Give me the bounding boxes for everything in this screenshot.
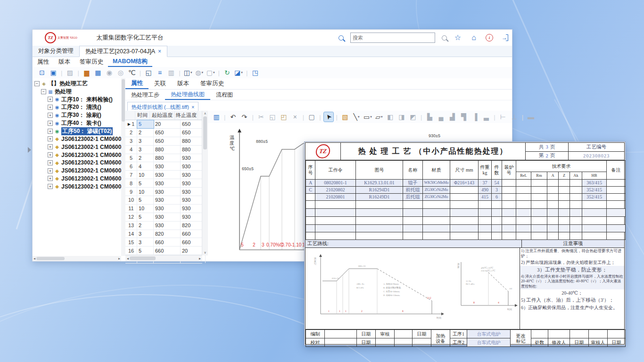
detail-subtab-1[interactable]: 热处理曲线图 bbox=[165, 90, 210, 100]
doc-empty-cell[interactable] bbox=[423, 225, 450, 232]
detail-tab-1[interactable]: 关联 bbox=[149, 78, 172, 89]
steps-row[interactable]: 143820660 bbox=[125, 230, 202, 239]
database-edit-icon[interactable]: ◪▾ bbox=[234, 68, 243, 77]
footer-review-value[interactable] bbox=[395, 330, 413, 338]
steps-cell[interactable]: 5 bbox=[137, 196, 154, 204]
tree-expand-icon[interactable]: + bbox=[48, 144, 53, 149]
open-form-icon[interactable]: ⊡ bbox=[37, 68, 47, 77]
detail-tab-3[interactable]: 签审历史 bbox=[195, 78, 230, 89]
align-right-icon[interactable]: ▟ bbox=[447, 112, 457, 122]
steps-cell[interactable]: 930 bbox=[154, 162, 181, 170]
tree-expand-icon[interactable]: + bbox=[48, 97, 53, 102]
align-top-icon[interactable]: ▜ bbox=[459, 112, 468, 122]
info-icon[interactable]: i bbox=[486, 34, 493, 41]
steps-cell[interactable]: 930 bbox=[154, 188, 181, 196]
distribute-vertical-icon[interactable]: ⊥ bbox=[510, 112, 519, 122]
steps-cell[interactable]: 2 bbox=[137, 222, 154, 230]
steps-cell[interactable]: 650 bbox=[154, 129, 181, 137]
table-edit-icon[interactable]: ▦ bbox=[93, 68, 103, 77]
doc-empty-cell[interactable] bbox=[315, 209, 356, 217]
database-menu-icon[interactable]: ◫▾ bbox=[183, 68, 193, 77]
steps-row[interactable]: 52880930 bbox=[125, 154, 202, 163]
logout-icon[interactable]: → bbox=[501, 34, 508, 41]
nav-tab-3[interactable]: MABOM结构 bbox=[108, 57, 152, 67]
steps-cell[interactable]: 880 bbox=[154, 154, 181, 162]
steps-row[interactable]: 85930930 bbox=[125, 179, 202, 188]
footer-proof-value[interactable] bbox=[325, 338, 357, 347]
doc-empty-cell[interactable] bbox=[607, 225, 626, 232]
tree-expand-icon[interactable]: + bbox=[48, 136, 53, 141]
doc-empty-cell[interactable] bbox=[516, 232, 531, 240]
steps-row[interactable]: 16566020 bbox=[125, 247, 202, 255]
steps-cell[interactable]: 2 bbox=[137, 154, 154, 162]
steps-cell[interactable]: 5 bbox=[137, 213, 154, 221]
tree-expand-icon[interactable]: − bbox=[34, 81, 40, 86]
same-height-icon[interactable]: ▃ bbox=[481, 112, 491, 122]
doc-empty-cell[interactable] bbox=[547, 209, 559, 217]
file-tab[interactable]: 热处理折线图 (...线图.tiff) × bbox=[127, 102, 198, 112]
steps-row[interactable]: ▶ 1520650 bbox=[125, 120, 202, 129]
align-left-icon[interactable]: ▙ bbox=[425, 112, 434, 122]
doc-empty-cell[interactable] bbox=[547, 217, 559, 225]
tree-expand-icon[interactable]: + bbox=[48, 176, 53, 181]
steps-cell[interactable]: 930 bbox=[154, 196, 181, 204]
doc-empty-cell[interactable] bbox=[492, 217, 502, 225]
distribute-horizontal-icon[interactable]: ⊢ bbox=[498, 112, 508, 122]
steps-row[interactable]: 125930930 bbox=[125, 213, 202, 222]
map-pin-alt-icon[interactable]: ◎ bbox=[116, 68, 125, 77]
tree-expand-icon[interactable]: + bbox=[48, 152, 53, 157]
doc-empty-cell[interactable] bbox=[582, 225, 607, 232]
window-tab-1[interactable]: 热处理工艺[2023-07-04J]A× bbox=[79, 46, 167, 57]
doc-empty-cell[interactable] bbox=[403, 209, 423, 217]
footer-blank-cell[interactable] bbox=[570, 330, 589, 338]
steps-cell[interactable]: 820 bbox=[154, 230, 181, 238]
doc-empty-cell[interactable] bbox=[423, 217, 450, 225]
doc-export-icon[interactable]: ▥ bbox=[166, 68, 176, 77]
doc-empty-cell[interactable] bbox=[450, 201, 479, 209]
doc-empty-cell[interactable] bbox=[356, 201, 403, 209]
steps-cell[interactable]: 660 bbox=[154, 238, 181, 246]
doc-empty-cell[interactable] bbox=[516, 225, 531, 232]
steps-row[interactable]: 153660660 bbox=[125, 238, 202, 247]
steps-cell[interactable]: 880 bbox=[154, 146, 181, 154]
detail-subtab-2[interactable]: 流程图 bbox=[210, 90, 239, 100]
star-icon[interactable]: ☆ bbox=[454, 33, 462, 42]
tree-item-9[interactable]: +◆JS06123002-1 CM0600011215 bbox=[33, 151, 121, 159]
file-menu-icon[interactable]: ▢▾ bbox=[206, 68, 215, 77]
doc-empty-cell[interactable] bbox=[582, 217, 607, 225]
nav-tab-1[interactable]: 版本 bbox=[54, 57, 75, 67]
doc-empty-cell[interactable] bbox=[502, 209, 516, 217]
tree-item-0[interactable]: −◈【】热处理工艺 bbox=[33, 80, 121, 88]
detail-tab-2[interactable]: 版本 bbox=[172, 78, 195, 89]
tree-item-12[interactable]: +◆JS06123002-1 CM0600011215 bbox=[33, 175, 121, 183]
tree-item-11[interactable]: +◆JS06123002-1 CM0600011215 bbox=[33, 167, 121, 175]
steps-cell[interactable]: 660 bbox=[154, 247, 181, 255]
doc-empty-cell[interactable] bbox=[516, 217, 531, 225]
doc-empty-cell[interactable] bbox=[582, 201, 607, 209]
home-icon[interactable]: ⌂ bbox=[470, 33, 478, 42]
tree-expand-icon[interactable]: + bbox=[48, 113, 53, 118]
map-pin-icon[interactable]: ◉ bbox=[105, 68, 114, 77]
delete-icon[interactable]: × bbox=[290, 112, 300, 122]
doc-empty-cell[interactable] bbox=[547, 232, 559, 240]
doc-empty-cell[interactable] bbox=[315, 217, 356, 225]
doc-empty-cell[interactable] bbox=[315, 201, 356, 209]
filter-search-icon[interactable] bbox=[339, 35, 344, 41]
cut-icon[interactable]: ✂ bbox=[256, 112, 266, 122]
steps-row[interactable]: 910930930 bbox=[125, 188, 202, 196]
nav-tab-0[interactable]: 属性 bbox=[33, 57, 54, 67]
rectangle-tool-icon[interactable]: ▭▾ bbox=[363, 112, 372, 122]
tree-item-13[interactable]: +◆JS06123002-1 CM0600011215 bbox=[33, 182, 121, 190]
footer-blank-cell[interactable] bbox=[413, 338, 431, 347]
doc-empty-cell[interactable] bbox=[559, 201, 570, 209]
copy-icon[interactable]: ◱ bbox=[268, 112, 277, 122]
steps-cell[interactable]: 650 bbox=[154, 137, 181, 145]
temperature-icon[interactable]: ℃ bbox=[127, 68, 137, 77]
doc-empty-cell[interactable] bbox=[502, 217, 516, 225]
doc-empty-cell[interactable] bbox=[492, 209, 502, 217]
doc-empty-cell[interactable] bbox=[531, 201, 547, 209]
paste-icon[interactable]: ◰ bbox=[279, 112, 289, 122]
search-input[interactable] bbox=[350, 33, 435, 43]
doc-empty-cell[interactable] bbox=[450, 232, 479, 240]
steps-cell[interactable]: 930 bbox=[154, 171, 181, 179]
